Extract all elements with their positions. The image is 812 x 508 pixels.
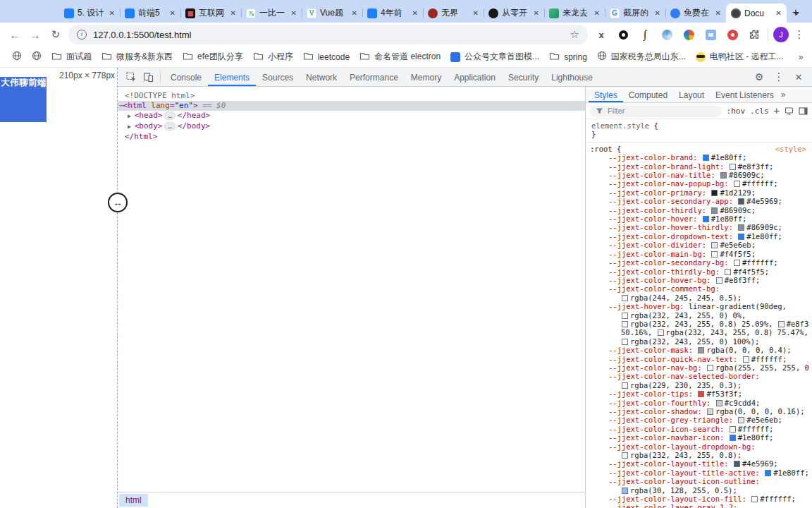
css-declaration[interactable]: rgba(232, 243, 255, 0) 0%, (590, 311, 809, 320)
css-declaration[interactable]: --jjext-color-layout-title-active: #1e80… (590, 468, 809, 477)
site-info-icon[interactable]: i (77, 30, 87, 40)
bookmark-item[interactable]: leetcode (298, 52, 355, 63)
color-swatch[interactable] (622, 339, 628, 345)
css-declaration[interactable]: --jjext-color-hover: #1e80ff; (590, 214, 809, 223)
inspect-element-icon[interactable] (123, 68, 140, 85)
bookmark-item[interactable] (7, 51, 27, 63)
devtools-tab-performance[interactable]: Performance (343, 68, 405, 86)
color-swatch[interactable] (730, 164, 736, 170)
extension-pie-icon[interactable] (680, 26, 697, 43)
css-declaration[interactable]: rgba(232, 243, 255, 0.8); (590, 451, 809, 459)
bookmark-item[interactable]: 电鸭社区 - 远程工... (691, 51, 789, 63)
bookmark-item[interactable]: 国家税务总局山东... (592, 51, 691, 63)
color-swatch[interactable] (622, 313, 628, 319)
color-swatch[interactable] (725, 269, 731, 275)
browser-tab[interactable]: Docu✕ (726, 4, 787, 23)
tab-close-icon[interactable]: ✕ (109, 9, 115, 17)
dom-node[interactable]: <!DOCTYPE html> (118, 91, 585, 101)
color-swatch[interactable] (716, 400, 722, 406)
styles-tab-computed[interactable]: Computed (623, 87, 673, 102)
css-declaration[interactable]: rgba(229, 230, 235, 0.3); (590, 381, 809, 389)
color-swatch[interactable] (622, 321, 628, 327)
css-declaration[interactable]: --jjext-color-dropdown-text: #1e80ff; (590, 232, 809, 241)
color-swatch[interactable] (730, 426, 736, 433)
css-declaration[interactable]: rgba(232, 243, 255, 0) 100%); (590, 337, 809, 346)
profile-avatar[interactable]: J (773, 27, 789, 42)
css-declaration[interactable]: --jjext-color-tips: #f53f3f; (590, 389, 809, 398)
css-declaration[interactable]: --jjext-color-navbar-icon: #1e80ff; (590, 433, 809, 442)
url-text[interactable]: 127.0.0.1:5500/test.html (93, 30, 564, 40)
tab-close-icon[interactable]: ✕ (715, 9, 721, 17)
browser-tab[interactable]: 5. 设计✕ (59, 4, 120, 23)
devtools-menu-icon[interactable]: ⋮ (770, 68, 787, 85)
extension-integral-icon[interactable]: ∫ (636, 26, 653, 43)
extension-red-badge-icon[interactable] (724, 26, 741, 43)
dom-node[interactable]: ▶ <head>…</head> (118, 111, 585, 121)
css-declaration[interactable]: --jjext-color-nav-bg: rgba(255, 255, 255… (590, 363, 809, 372)
root-rule[interactable]: :root { <style> --jjext-color-brand: #1e… (586, 142, 812, 508)
tab-close-icon[interactable]: ✕ (291, 9, 297, 17)
breadcrumb-html[interactable]: html (119, 494, 148, 507)
css-declaration[interactable]: --jjext-color-layout-icon-fill: #ffffff; (590, 495, 809, 503)
bookmark-star-icon[interactable]: ☆ (570, 28, 579, 41)
color-swatch[interactable] (707, 365, 713, 371)
styles-tab-layout[interactable]: Layout (673, 87, 710, 102)
dom-node[interactable]: </html> (118, 132, 585, 142)
browser-tab[interactable]: VVue题✕ (302, 4, 362, 23)
color-swatch[interactable] (734, 181, 740, 187)
extension-camera-icon[interactable] (702, 26, 719, 43)
css-declaration[interactable]: --jjext-color-main-bg: #f4f5f5; (590, 250, 809, 258)
color-swatch[interactable] (778, 321, 785, 327)
extensions-puzzle-icon[interactable] (746, 26, 763, 43)
color-swatch[interactable] (751, 496, 758, 502)
css-declaration[interactable]: rgba(30, 128, 255, 0.5); (590, 486, 809, 495)
color-swatch[interactable] (622, 452, 628, 459)
css-declaration[interactable]: --jjext-color-hover-bg: #e8f3ff; (590, 276, 809, 284)
css-declaration[interactable]: rgba(244, 245, 245, 0.5); (590, 294, 809, 302)
browser-tab[interactable]: ▦互联网✕ (180, 4, 241, 23)
tab-close-icon[interactable]: ✕ (230, 9, 236, 17)
tab-close-icon[interactable]: ✕ (473, 9, 479, 17)
color-swatch[interactable] (738, 234, 744, 240)
forward-button[interactable]: → (27, 29, 43, 41)
color-swatch[interactable] (703, 216, 709, 222)
tab-close-icon[interactable]: ✕ (352, 9, 357, 17)
css-declaration[interactable]: --jjext-color-comment-bg: (590, 284, 809, 293)
css-declaration[interactable]: --jjext-color-brand: #1e80ff; (590, 153, 809, 162)
bookmark-item[interactable] (27, 51, 47, 63)
css-declaration[interactable]: --jjext-color-thirdly-bg: #f4f5f5; (590, 267, 809, 276)
bookmark-item[interactable]: 命名管道 electron (355, 51, 445, 63)
css-declaration[interactable]: rgba(232, 243, 255, 0.8) 25.09%, #e8f3ff (590, 320, 809, 328)
color-swatch[interactable] (622, 382, 628, 389)
css-declaration[interactable]: --jjext-color-fourthly: #c9cdd4; (590, 399, 809, 407)
tab-close-icon[interactable]: ✕ (776, 9, 782, 17)
tab-search-chevron-icon[interactable]: ⌄ (789, 4, 804, 18)
new-style-rule-button[interactable]: + (774, 105, 780, 116)
dom-node-selected[interactable]: ⋯<html lang="en"> == $0 (118, 101, 585, 111)
color-swatch[interactable] (738, 198, 744, 205)
color-swatch[interactable] (711, 207, 718, 214)
browser-tab[interactable]: 从零开✕ (484, 4, 544, 23)
styles-tab-event-listeners[interactable]: Event Listeners (710, 87, 780, 102)
element-style-rule[interactable]: element.style { } (586, 119, 812, 142)
css-declaration[interactable]: --jjext-color-mask: rgba(0, 0, 0, 0.4); (590, 346, 809, 354)
css-declaration[interactable]: --jjext-color-primary: #1d2129; (590, 188, 809, 197)
css-declaration[interactable]: --jjext-color-layer-gray-1-2: (590, 503, 809, 508)
devtools-tab-elements[interactable]: Elements (208, 68, 256, 86)
color-swatch[interactable] (720, 172, 727, 179)
styles-filter-input[interactable]: Filter (590, 105, 722, 117)
css-declaration[interactable]: --jjext-color-divider: #e5e6eb; (590, 241, 809, 249)
css-declaration[interactable]: --jjext-color-layout-dropdown-bg: (590, 442, 809, 451)
bookmark-item[interactable]: 公众号文章首图模... (445, 51, 544, 63)
devtools-resize-handle[interactable]: ↔ (108, 193, 128, 212)
css-declaration[interactable]: --jjext-color-shadow: rgba(0, 0, 0, 0.16… (590, 407, 809, 416)
color-swatch[interactable] (711, 251, 718, 258)
bookmark-item[interactable]: 面试题 (47, 51, 97, 63)
extension-swirl-icon[interactable] (658, 26, 675, 43)
css-declaration[interactable]: --jjext-hover-bg: linear-gradient(90deg, (590, 302, 809, 310)
css-declaration[interactable]: --jjext-color-layout-icon-outline: (590, 477, 809, 485)
css-declaration[interactable]: --jjext-color-hover-thirdly: #86909c; (590, 223, 809, 231)
css-declaration[interactable]: --jjext-color-quick-nav-text: #ffffff; (590, 355, 809, 363)
devtools-tab-sources[interactable]: Sources (256, 68, 300, 86)
color-swatch[interactable] (658, 329, 664, 336)
